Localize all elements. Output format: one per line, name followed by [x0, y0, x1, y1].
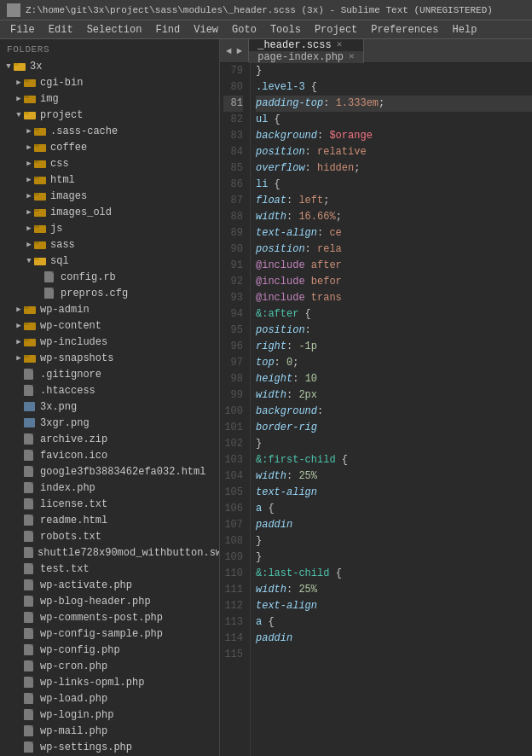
- file-icon-wp-config.php: [24, 644, 38, 656]
- sidebar-item-wp-content[interactable]: ▶wp-content: [0, 317, 219, 334]
- menu-item-file[interactable]: File: [3, 22, 42, 38]
- sidebar-item-test.txt[interactable]: test.txt: [0, 561, 219, 577]
- line-num-84: 84: [223, 144, 243, 160]
- tab-1[interactable]: page-index.php✕: [249, 51, 363, 63]
- sidebar-item-google3fb3883462efa032.html[interactable]: google3fb3883462efa032.html: [0, 463, 219, 480]
- sidebar-item-wp-settings.php[interactable]: wp-settings.php: [0, 739, 219, 755]
- sidebar-item-.htaccess[interactable]: .htaccess: [0, 382, 219, 398]
- sidebar-item-.gitignore[interactable]: .gitignore: [0, 366, 219, 382]
- line-num-102: 102: [223, 436, 243, 452]
- sidebar-item-.sass-cache[interactable]: ▶.sass-cache: [0, 123, 219, 139]
- sidebar-item-readme.html[interactable]: readme.html: [0, 512, 219, 528]
- tree-label-images: images: [50, 190, 219, 202]
- svg-rect-19: [34, 209, 39, 212]
- menu-item-project[interactable]: Project: [308, 22, 364, 38]
- tab-close-1[interactable]: ✕: [349, 52, 355, 61]
- nav-arrow-right[interactable]: ►: [234, 46, 246, 56]
- svg-rect-80: [24, 725, 33, 736]
- sidebar-item-html[interactable]: ▶html: [0, 172, 219, 188]
- line-num-103: 103: [223, 452, 243, 468]
- file-icon-config.rb: [44, 271, 58, 283]
- menu-item-selection[interactable]: Selection: [80, 22, 149, 38]
- sidebar-item-wp-login.php[interactable]: wp-login.php: [0, 707, 219, 723]
- menu-item-view[interactable]: View: [187, 22, 225, 38]
- sidebar-item-index.php[interactable]: index.php: [0, 480, 219, 496]
- tree-arrow-wp-snapshots: ▶: [14, 353, 24, 363]
- sidebar-item-wp-load.php[interactable]: wp-load.php: [0, 690, 219, 707]
- sidebar-item-prepros.cfg[interactable]: prepros.cfg: [0, 285, 219, 301]
- sidebar-item-wp-includes[interactable]: ▶wp-includes: [0, 334, 219, 350]
- svg-rect-13: [34, 160, 39, 163]
- tree-arrow-3x: ▼: [3, 61, 14, 72]
- sidebar-item-css[interactable]: ▶css: [0, 155, 219, 172]
- menu-item-help[interactable]: Help: [446, 22, 484, 38]
- line-num-96: 96: [223, 339, 243, 355]
- sidebar-item-3x.png[interactable]: 3x.png: [0, 398, 219, 415]
- sidebar-item-js[interactable]: ▶js: [0, 220, 219, 236]
- svg-rect-5: [24, 96, 29, 98]
- line-num-106: 106: [223, 501, 243, 517]
- menu-item-find[interactable]: Find: [148, 22, 187, 38]
- code-line-91: @include after: [256, 258, 532, 274]
- sidebar-item-sql[interactable]: ▼sql: [0, 253, 219, 269]
- sidebar-item-images[interactable]: ▶images: [0, 188, 219, 204]
- sidebar-item-wp-comments-post.php[interactable]: wp-comments-post.php: [0, 609, 219, 625]
- svg-rect-9: [34, 128, 39, 131]
- tree-arrow-index.php: [14, 483, 24, 493]
- sidebar-item-project[interactable]: ▼project: [0, 107, 219, 123]
- tree-arrow-wp-cron.php: [14, 661, 24, 672]
- tree-arrow-google3fb3883462efa032.html: [14, 467, 24, 477]
- svg-rect-33: [24, 323, 29, 325]
- sidebar-item-archive.zip[interactable]: archive.zip: [0, 431, 219, 447]
- sidebar-item-wp-config-sample.php[interactable]: wp-config-sample.php: [0, 625, 219, 642]
- sidebar-item-wp-mail.php[interactable]: wp-mail.php: [0, 723, 219, 739]
- tree-arrow-prepros.cfg: [34, 288, 44, 299]
- code-line-112: text-align: [256, 598, 532, 614]
- tree-arrow-sass: ▶: [24, 240, 34, 250]
- svg-rect-76: [24, 693, 33, 704]
- tab-0[interactable]: _header.scss✕: [249, 39, 363, 51]
- sidebar-item-img[interactable]: ▶img: [0, 90, 219, 107]
- menu-item-goto[interactable]: Goto: [225, 22, 263, 38]
- tree-arrow-img: ▶: [14, 94, 24, 104]
- tab-close-0[interactable]: ✕: [337, 40, 343, 49]
- sidebar-item-cgi-bin[interactable]: ▶cgi-bin: [0, 74, 219, 90]
- svg-rect-66: [24, 612, 33, 623]
- code-line-110: &:last-child {: [256, 566, 532, 582]
- sidebar-item-images_old[interactable]: ▶images_old: [0, 204, 219, 220]
- code-line-87: float: left;: [256, 193, 532, 209]
- sidebar-item-wp-blog-header.php[interactable]: wp-blog-header.php: [0, 593, 219, 609]
- line-num-110: 110: [223, 566, 243, 582]
- sidebar-item-license.txt[interactable]: license.txt: [0, 496, 219, 512]
- tree-label-prepros.cfg: prepros.cfg: [61, 288, 219, 299]
- tree-container: ▼3x▶cgi-bin▶img▼project▶.sass-cache▶coff…: [0, 58, 219, 755]
- sidebar-item-wp-admin[interactable]: ▶wp-admin: [0, 301, 219, 317]
- nav-arrow-left[interactable]: ◄: [223, 46, 234, 56]
- sidebar-item-config.rb[interactable]: config.rb: [0, 269, 219, 285]
- sidebar-item-3x[interactable]: ▼3x: [0, 58, 219, 74]
- sidebar-item-sass[interactable]: ▶sass: [0, 236, 219, 253]
- file-icon-readme.html: [24, 515, 38, 526]
- sidebar-item-wp-cron.php[interactable]: wp-cron.php: [0, 658, 219, 674]
- sidebar-item-wp-links-opml.php[interactable]: wp-links-opml.php: [0, 674, 219, 690]
- sidebar-item-shuttle728x90mod_withbutton.swf[interactable]: shuttle728x90mod_withbutton.swf: [0, 544, 219, 561]
- file-icon-shuttle728x90mod_withbutton.swf: [24, 547, 35, 559]
- tree-arrow-wp-comments-post.php: [14, 613, 24, 623]
- sidebar-item-wp-snapshots[interactable]: ▶wp-snapshots: [0, 350, 219, 366]
- menu-item-tools[interactable]: Tools: [263, 22, 308, 38]
- sidebar-item-3xgr.png[interactable]: 3xgr.png: [0, 415, 219, 431]
- code-line-85: overflow: hidden;: [256, 160, 532, 177]
- sidebar-item-wp-activate.php[interactable]: wp-activate.php: [0, 577, 219, 593]
- folder-icon-images_old: [34, 207, 48, 217]
- menu-item-preferences[interactable]: Preferences: [364, 22, 445, 38]
- code-content[interactable]: } .level-3 { padding-top: 1.333em; ul { …: [251, 63, 532, 756]
- tree-label-.gitignore: .gitignore: [40, 369, 219, 381]
- menu-item-edit[interactable]: Edit: [42, 22, 80, 38]
- line-num-79: 79: [223, 63, 243, 79]
- sidebar-item-favicon.ico[interactable]: favicon.ico: [0, 447, 219, 463]
- sidebar-item-coffee[interactable]: ▶coffee: [0, 139, 219, 155]
- sidebar-item-robots.txt[interactable]: robots.txt: [0, 528, 219, 544]
- sidebar-item-wp-config.php[interactable]: wp-config.php: [0, 642, 219, 658]
- code-line-88: width: 16.66%;: [256, 209, 532, 225]
- tree-arrow-sql: ▼: [24, 256, 34, 266]
